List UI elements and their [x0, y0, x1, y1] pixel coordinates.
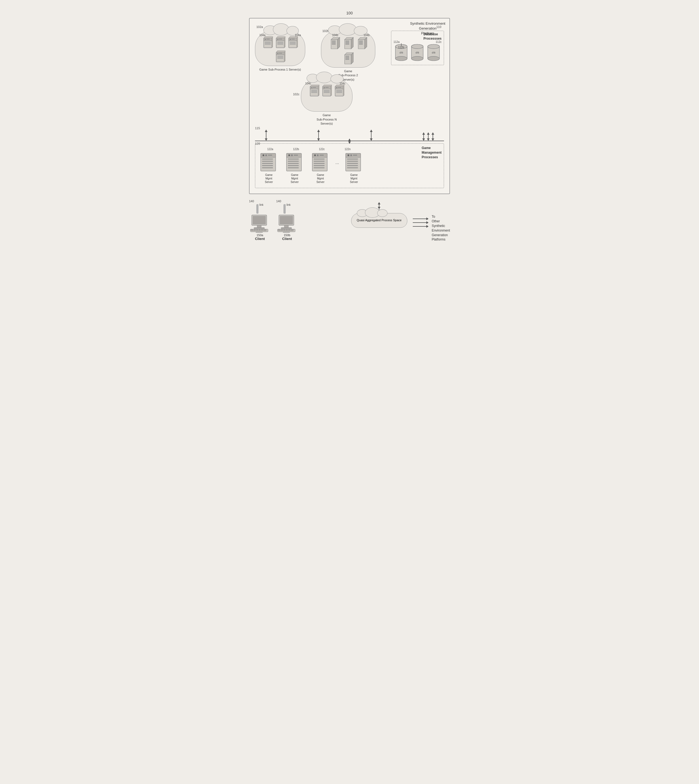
- label-112c: 112c: [436, 40, 442, 43]
- server-icon: [263, 36, 273, 48]
- svg-rect-13: [277, 44, 283, 45]
- svg-rect-12: [277, 43, 283, 43]
- svg-rect-119: [314, 167, 325, 168]
- client-label-2: Client: [282, 237, 292, 241]
- svg-text:d/B: d/B: [399, 51, 403, 54]
- svg-rect-11: [277, 42, 283, 42]
- mgmt-server-label-122c: GameMgmtServer: [316, 173, 324, 184]
- svg-rect-153: [278, 229, 280, 230]
- svg-rect-132: [353, 155, 357, 155]
- svg-rect-149: [281, 228, 292, 229]
- svg-rect-41: [345, 44, 349, 45]
- label-150b: 150b: [284, 233, 290, 237]
- svg-text:d/B: d/B: [432, 51, 435, 54]
- svg-point-70: [428, 44, 439, 49]
- svg-marker-30: [338, 38, 340, 49]
- arrow-cloud-b: [371, 130, 371, 141]
- svg-rect-107: [288, 163, 299, 164]
- svg-marker-44: [365, 38, 367, 49]
- server-3d-icon: [343, 36, 354, 50]
- server-3d-icon: [343, 51, 354, 65]
- arrow-cloud-c: [318, 130, 319, 141]
- label-112b: 112b: [398, 46, 404, 49]
- mgmt-server-122b: GameMgmtServer: [284, 152, 305, 184]
- svg-rect-156: [286, 229, 288, 230]
- svg-rect-130: [348, 154, 349, 156]
- label-140-1: 140: [249, 200, 254, 203]
- svg-rect-16: [290, 39, 291, 40]
- svg-rect-17: [292, 39, 295, 40]
- cloud-102c-label: GameSub-Process NServer(s): [301, 113, 353, 126]
- svg-rect-143: [259, 229, 260, 230]
- link-label-1: link: [259, 203, 263, 206]
- client-label-1: Client: [255, 237, 265, 241]
- svg-rect-88: [336, 87, 337, 88]
- svg-rect-4: [265, 42, 271, 42]
- svg-rect-84: [324, 91, 330, 92]
- svg-rect-134: [253, 216, 266, 224]
- server-icon: [288, 36, 298, 48]
- mgmt-server-labels: 122a 122b 122c 122n: [258, 148, 441, 151]
- svg-rect-20: [290, 44, 296, 45]
- svg-rect-125: [347, 159, 358, 160]
- rack-server-icon: [285, 152, 304, 172]
- svg-rect-78: [311, 92, 317, 93]
- svg-rect-128: [347, 165, 358, 166]
- mgmt-server-122n: GameMgmtServer: [343, 152, 365, 184]
- label-115: 115: [255, 126, 260, 130]
- svg-rect-47: [359, 43, 363, 43]
- svg-rect-127: [347, 163, 358, 164]
- svg-rect-129: [347, 167, 358, 168]
- svg-rect-101: [265, 154, 267, 156]
- svg-rect-27: [277, 58, 283, 59]
- svg-rect-136: [254, 228, 265, 229]
- server-icon: [334, 85, 345, 97]
- svg-rect-141: [254, 229, 255, 230]
- ellipsis: ...: [335, 152, 339, 165]
- main-diagram-box: Synthetic Environment Generation Platfor…: [249, 18, 450, 194]
- svg-rect-32: [332, 42, 336, 42]
- svg-point-65: [411, 44, 423, 49]
- svg-point-64: [411, 56, 423, 61]
- computer-icon-150b: [276, 213, 298, 233]
- svg-rect-45: [359, 41, 363, 41]
- svg-rect-90: [336, 90, 342, 91]
- page: 100 Synthetic Environment Generation Pla…: [243, 5, 456, 247]
- svg-rect-85: [324, 92, 330, 93]
- svg-rect-115: [314, 159, 325, 160]
- svg-rect-102: [268, 155, 272, 155]
- label-140-2: 140: [276, 200, 281, 203]
- svg-rect-110: [288, 154, 290, 156]
- mgmt-server-label-122a: GameMgmtServer: [265, 173, 273, 184]
- svg-rect-95: [262, 159, 273, 160]
- label-110: 110: [436, 25, 441, 28]
- svg-rect-121: [317, 154, 318, 156]
- quasi-cloud: Quasi Aggregated Process Space: [351, 213, 407, 228]
- label-122b: 122b: [285, 148, 307, 151]
- svg-rect-18: [290, 42, 296, 42]
- rack-server-icon: [345, 152, 363, 172]
- svg-rect-120: [314, 154, 316, 156]
- db-label: DatabaseProcessses: [423, 32, 442, 41]
- svg-marker-51: [351, 53, 353, 64]
- svg-rect-131: [350, 154, 352, 156]
- svg-rect-19: [290, 43, 296, 43]
- svg-rect-108: [288, 165, 299, 166]
- svg-rect-98: [262, 165, 273, 166]
- rack-server-icon: [311, 152, 330, 172]
- svg-rect-38: [345, 41, 349, 41]
- svg-rect-116: [314, 161, 325, 162]
- svg-rect-92: [336, 92, 342, 93]
- svg-rect-158: [291, 229, 293, 230]
- svg-rect-89: [338, 87, 341, 88]
- svg-marker-37: [351, 38, 353, 49]
- svg-rect-52: [345, 56, 349, 56]
- link-label-2: link: [287, 203, 291, 206]
- svg-rect-96: [262, 161, 273, 162]
- svg-rect-39: [345, 42, 349, 42]
- svg-rect-135: [257, 225, 261, 228]
- management-section: 120 GameManagementProcesses 122a: [255, 143, 444, 188]
- svg-rect-144: [261, 229, 263, 230]
- label-112a: 112a: [394, 40, 399, 43]
- cloud-102a: 102a 104a 104a: [255, 26, 305, 72]
